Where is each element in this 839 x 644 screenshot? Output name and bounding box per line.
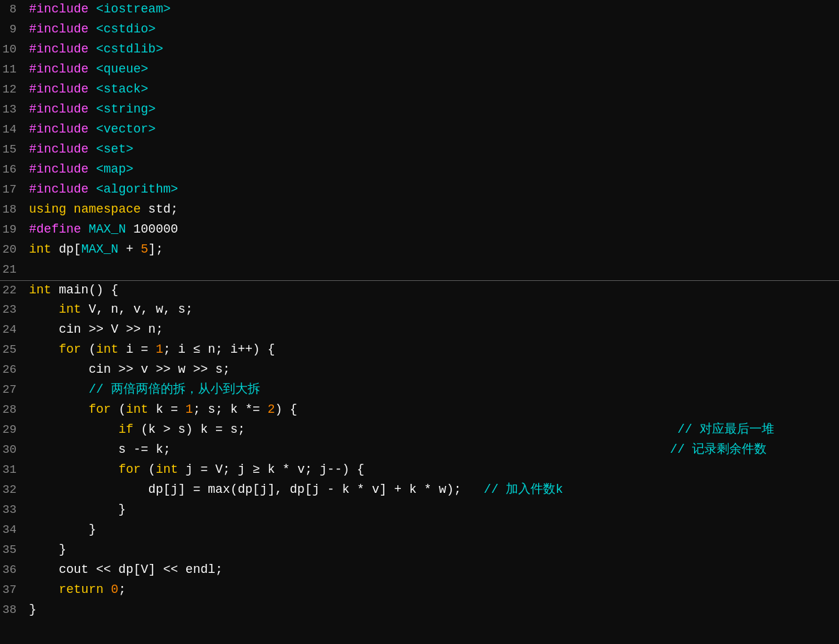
token: j = V; j ≥ k * v; j--) {	[178, 462, 364, 476]
token	[88, 62, 96, 76]
line-number: 17	[0, 181, 26, 199]
token: int	[156, 462, 178, 476]
token: if	[119, 422, 134, 436]
token: namespace	[74, 202, 141, 216]
token	[88, 22, 96, 36]
token: 1	[156, 342, 164, 356]
line-content: #include <set>	[26, 140, 839, 159]
line-number: 12	[0, 81, 26, 99]
token: }	[29, 603, 37, 616]
token	[170, 442, 670, 456]
token: #include	[29, 182, 88, 196]
token: s -= k;	[29, 442, 170, 456]
line-content: for (int i = 1; i ≤ n; i++) {	[26, 340, 839, 360]
line-content: }	[26, 601, 839, 620]
token: #include	[29, 22, 88, 36]
token: <stack>	[96, 82, 148, 96]
token: cout << dp[V] << endl;	[29, 563, 223, 576]
line-number: 9	[0, 21, 26, 39]
token: int	[29, 283, 51, 297]
token	[29, 402, 88, 416]
token: main() {	[51, 283, 118, 297]
token: +	[119, 242, 141, 256]
code-line: 27 // 两倍两倍的拆，从小到大拆	[0, 380, 839, 400]
token: (	[141, 462, 156, 476]
token: }	[29, 523, 96, 536]
token: int	[126, 402, 148, 416]
token: #include	[29, 142, 88, 156]
line-number: 31	[0, 461, 26, 479]
line-number: 33	[0, 501, 26, 519]
line-content: return 0;	[26, 580, 839, 600]
line-content: for (int k = 1; s; k *= 2) {	[26, 400, 839, 420]
token: V, n, v, w, s;	[81, 302, 193, 316]
token: (k > s) k = s;	[133, 422, 245, 436]
line-content: #include <stack>	[26, 80, 839, 99]
code-line: 21	[0, 260, 839, 280]
token	[103, 583, 111, 596]
line-content: #include <map>	[26, 160, 839, 179]
token: #include	[29, 162, 88, 176]
token	[245, 422, 678, 436]
token: <queue>	[96, 62, 148, 76]
token: 100000	[133, 222, 178, 236]
line-number: 38	[0, 601, 26, 619]
line-number: 19	[0, 221, 26, 239]
token	[88, 182, 96, 196]
code-line: 10#include <cstdlib>	[0, 40, 839, 60]
token	[88, 142, 96, 156]
line-number: 36	[0, 561, 26, 579]
line-content: #include <cstdlib>	[26, 40, 839, 59]
line-content: dp[j] = max(dp[j], dp[j - k * v] + k * w…	[26, 480, 839, 500]
line-number: 32	[0, 481, 26, 499]
code-line: 28 for (int k = 1; s; k *= 2) {	[0, 400, 839, 420]
line-number: 35	[0, 541, 26, 559]
token	[29, 462, 119, 476]
token: (	[81, 342, 97, 356]
code-line: 35 }	[0, 540, 839, 560]
code-line: 34 }	[0, 520, 839, 540]
line-number: 28	[0, 401, 26, 419]
token	[66, 202, 74, 216]
line-number: 14	[0, 121, 26, 139]
line-content: int dp[MAX_N + 5];	[26, 240, 839, 260]
line-content: }	[26, 500, 839, 520]
token	[88, 42, 96, 56]
token: std;	[141, 202, 178, 216]
code-line: 26 cin >> v >> w >> s;	[0, 360, 839, 380]
token: cin >> v >> w >> s;	[29, 362, 230, 376]
code-line: 11#include <queue>	[0, 60, 839, 80]
token: <iostream>	[96, 2, 170, 16]
token: #include	[29, 82, 88, 96]
token: 1	[186, 402, 193, 416]
token: (	[111, 402, 126, 416]
code-line: 29 if (k > s) k = s; // 对应最后一堆	[0, 420, 839, 440]
line-content: cout << dp[V] << endl;	[26, 560, 839, 580]
code-line: 13#include <string>	[0, 100, 839, 120]
token	[29, 382, 88, 396]
line-content: if (k > s) k = s; // 对应最后一堆	[26, 420, 839, 440]
line-content: for (int j = V; j ≥ k * v; j--) {	[26, 460, 839, 480]
line-number: 37	[0, 581, 26, 599]
code-line: 9#include <cstdio>	[0, 20, 839, 40]
token: #include	[29, 102, 88, 116]
token	[88, 102, 96, 116]
token: ;	[119, 583, 126, 596]
token: <cstdlib>	[96, 42, 163, 56]
token: #include	[29, 122, 88, 136]
line-content: using namespace std;	[26, 200, 839, 219]
token: using	[29, 202, 66, 216]
token	[88, 162, 96, 176]
token	[88, 122, 96, 136]
code-line: 23 int V, n, v, w, s;	[0, 300, 839, 320]
code-line: 38}	[0, 601, 839, 621]
line-number: 8	[0, 1, 26, 19]
code-line: 17#include <algorithm>	[0, 180, 839, 200]
line-content: cin >> v >> w >> s;	[26, 360, 839, 380]
token: MAX_N	[81, 242, 119, 256]
line-content: // 两倍两倍的拆，从小到大拆	[26, 380, 839, 400]
line-content: int V, n, v, w, s;	[26, 300, 839, 320]
code-line: 12#include <stack>	[0, 80, 839, 100]
token	[126, 222, 133, 236]
token: #include	[29, 2, 88, 16]
